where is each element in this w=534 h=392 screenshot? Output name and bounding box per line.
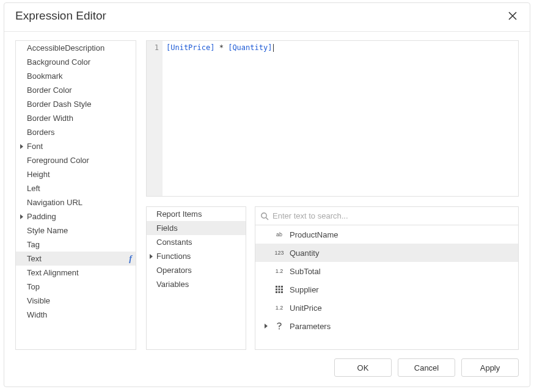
abc-type-icon: ab: [274, 231, 285, 238]
property-item[interactable]: Border Dash Style: [16, 97, 136, 111]
close-icon: [508, 12, 517, 20]
category-item[interactable]: Report Items: [147, 207, 246, 221]
field-label: SubTotal: [290, 267, 321, 276]
property-label: Borders: [27, 128, 55, 137]
property-label: Height: [27, 170, 50, 179]
expression-editor-dialog: Expression Editor AccessibleDescriptionB…: [4, 2, 530, 387]
line-number: 1: [155, 43, 159, 52]
category-label: Variables: [156, 280, 189, 289]
chevron-right-icon: [18, 214, 24, 219]
property-item[interactable]: Foreground Color: [16, 153, 136, 167]
field-label: Quantity: [290, 249, 319, 258]
property-item[interactable]: Border Color: [16, 83, 136, 97]
bottom-panels: Report ItemsFieldsConstantsFunctionsOper…: [146, 206, 519, 350]
property-label: Border Dash Style: [27, 100, 92, 109]
fx-icon: f: [129, 254, 132, 264]
categories-panel[interactable]: Report ItemsFieldsConstantsFunctionsOper…: [146, 206, 246, 350]
expression-code-editor[interactable]: 1 [UnitPrice] * [Quantity]: [146, 40, 519, 197]
category-label: Fields: [156, 223, 178, 233]
operator-token: *: [214, 43, 228, 52]
category-item[interactable]: Variables: [147, 277, 246, 291]
property-item[interactable]: Font: [16, 139, 136, 153]
property-item[interactable]: Padding: [16, 209, 136, 223]
dialog-header: Expression Editor: [4, 3, 530, 32]
property-item[interactable]: Textf: [16, 252, 136, 266]
ok-button[interactable]: OK: [334, 358, 392, 377]
property-item[interactable]: Visible: [16, 294, 136, 308]
field-item[interactable]: Supplier: [255, 280, 518, 299]
cancel-button[interactable]: Cancel: [398, 358, 455, 377]
search-icon: [259, 212, 270, 220]
property-item[interactable]: AccessibleDescription: [16, 41, 136, 55]
svg-rect-3: [281, 286, 283, 288]
property-label: Text: [27, 254, 42, 263]
properties-panel[interactable]: AccessibleDescriptionBackground ColorBoo…: [15, 40, 136, 350]
property-label: Left: [27, 184, 40, 193]
property-label: Padding: [27, 212, 56, 221]
property-label: Text Alignment: [27, 268, 79, 277]
right-panel: 1 [UnitPrice] * [Quantity] Report ItemsF…: [146, 40, 519, 350]
chevron-right-icon: [262, 324, 270, 328]
svg-rect-4: [276, 289, 277, 291]
property-label: Border Color: [27, 85, 72, 95]
property-label: Style Name: [27, 226, 68, 235]
category-item[interactable]: Functions: [147, 249, 246, 263]
close-button[interactable]: [507, 10, 519, 22]
property-label: Bookmark: [27, 71, 63, 81]
field-item[interactable]: Parameters: [255, 317, 518, 335]
dialog-title: Expression Editor: [15, 9, 106, 23]
chevron-right-icon: [18, 144, 24, 149]
svg-point-10: [279, 328, 280, 330]
property-label: Border Width: [27, 114, 73, 123]
property-item[interactable]: Width: [16, 308, 136, 322]
search-input[interactable]: [270, 209, 514, 223]
field-token: [UnitPrice]: [166, 43, 214, 52]
chevron-right-icon: [148, 254, 154, 259]
property-item[interactable]: Top: [16, 280, 136, 294]
property-label: Foreground Color: [27, 156, 89, 165]
property-label: Tag: [27, 240, 40, 249]
category-label: Constants: [156, 238, 192, 247]
field-label: UnitPrice: [290, 303, 322, 313]
field-item[interactable]: 1.2SubTotal: [255, 262, 518, 280]
category-item[interactable]: Operators: [147, 263, 246, 277]
property-item[interactable]: Navigation URL: [16, 195, 136, 209]
svg-rect-5: [279, 289, 280, 291]
category-item[interactable]: Constants: [147, 235, 246, 249]
svg-rect-7: [276, 291, 277, 293]
property-item[interactable]: Height: [16, 167, 136, 181]
category-item[interactable]: Fields: [147, 221, 246, 235]
property-label: Font: [27, 142, 43, 151]
category-label: Report Items: [156, 209, 202, 219]
property-label: AccessibleDescription: [27, 43, 104, 53]
property-label: Top: [27, 282, 40, 291]
property-label: Visible: [27, 296, 50, 305]
property-item[interactable]: Left: [16, 181, 136, 195]
apply-button[interactable]: Apply: [461, 358, 519, 377]
property-item[interactable]: Background Color: [16, 55, 136, 69]
field-item[interactable]: 1.2UnitPrice: [255, 299, 518, 317]
question-type-icon: [274, 322, 285, 330]
text-cursor: [273, 44, 274, 52]
property-label: Background Color: [27, 57, 90, 67]
property-item[interactable]: Text Alignment: [16, 266, 136, 280]
property-item[interactable]: Borders: [16, 125, 136, 139]
svg-point-0: [262, 212, 266, 217]
field-item[interactable]: abProductName: [255, 225, 518, 244]
fields-panel: abProductName123Quantity1.2SubTotalSuppl…: [255, 206, 519, 350]
field-token: [Quantity]: [228, 43, 272, 52]
field-label: Supplier: [290, 285, 319, 294]
field-label: Parameters: [290, 322, 331, 331]
property-item[interactable]: Style Name: [16, 223, 136, 238]
svg-rect-2: [279, 286, 280, 288]
code-area[interactable]: [UnitPrice] * [Quantity]: [163, 41, 518, 196]
property-label: Navigation URL: [27, 198, 82, 207]
property-item[interactable]: Bookmark: [16, 69, 136, 83]
field-item[interactable]: 123Quantity: [255, 244, 518, 262]
dec-type-icon: 1.2: [274, 268, 285, 274]
property-item[interactable]: Tag: [16, 238, 136, 252]
category-label: Functions: [156, 252, 191, 261]
fields-list[interactable]: abProductName123Quantity1.2SubTotalSuppl…: [255, 225, 518, 349]
property-item[interactable]: Border Width: [16, 111, 136, 125]
grid-type-icon: [274, 286, 285, 293]
